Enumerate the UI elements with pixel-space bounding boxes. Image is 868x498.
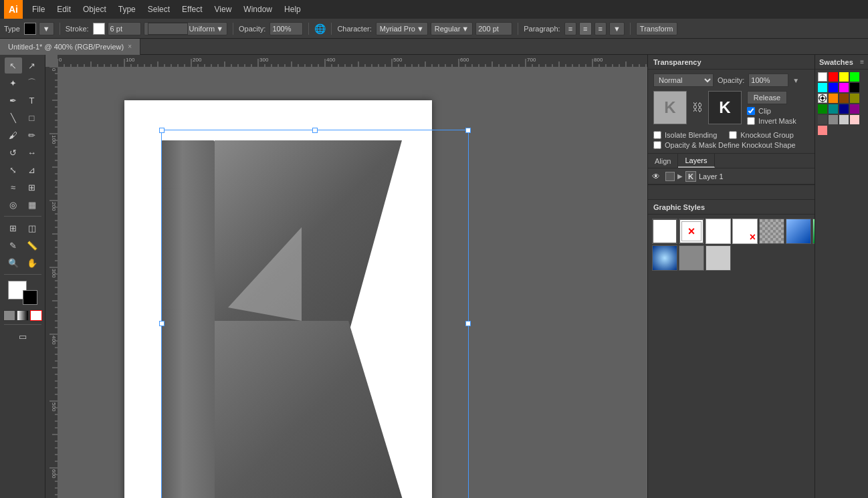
- free-transform-tool[interactable]: ⊞: [23, 179, 41, 195]
- stroke-box[interactable]: [23, 290, 37, 305]
- reflect-tool[interactable]: ↔: [23, 144, 41, 160]
- lasso-tool[interactable]: ⌒: [23, 75, 41, 91]
- swatch-mid-gray[interactable]: [829, 115, 838, 124]
- font-select[interactable]: Myriad Pro ▼: [376, 22, 428, 35]
- gradient-mode-btn[interactable]: [17, 310, 29, 321]
- gs-item-4[interactable]: ×: [732, 219, 758, 244]
- gs-item-8[interactable]: [652, 245, 677, 271]
- swatch-registration[interactable]: [818, 94, 827, 103]
- layer-visibility-toggle[interactable]: 👁: [652, 172, 663, 181]
- release-btn[interactable]: Release: [747, 91, 787, 104]
- tab-layers[interactable]: Layers: [678, 154, 714, 168]
- stroke-style-btn[interactable]: Uniform ▼: [144, 22, 227, 35]
- tab-align[interactable]: Align: [648, 154, 678, 168]
- swatch-yellow[interactable]: [839, 72, 849, 82]
- mesh-tool[interactable]: ⊞: [5, 220, 22, 236]
- rectangle-tool[interactable]: □: [23, 110, 41, 126]
- warp-tool[interactable]: ≈: [5, 179, 22, 195]
- canvas-container[interactable]: [58, 67, 647, 498]
- knockout-group-checkbox[interactable]: [729, 131, 737, 139]
- blending-mode-select[interactable]: Normal: [653, 74, 714, 87]
- gs-item-1[interactable]: [652, 219, 677, 244]
- rotate-tool[interactable]: ↺: [5, 144, 22, 160]
- source-thumb[interactable]: K: [653, 91, 687, 124]
- opacity-value-input[interactable]: [748, 74, 788, 87]
- measure-tool[interactable]: 📏: [23, 237, 41, 253]
- swatch-magenta[interactable]: [839, 83, 849, 92]
- stroke-value-input[interactable]: [108, 22, 141, 35]
- swatch-purple[interactable]: [850, 104, 859, 114]
- fill-swatch[interactable]: [24, 23, 36, 35]
- gradient-tool[interactable]: ◫: [23, 220, 41, 236]
- hand-tool[interactable]: ✋: [23, 255, 41, 271]
- menu-effect[interactable]: Effect: [177, 3, 207, 16]
- shear-tool[interactable]: ⊿: [23, 162, 41, 178]
- paintbrush-tool[interactable]: 🖌: [5, 127, 22, 143]
- gs-item-9[interactable]: [679, 245, 704, 271]
- fill-dropdown[interactable]: ▼: [39, 22, 54, 35]
- swatch-blue[interactable]: [829, 83, 838, 92]
- handle-mid-right[interactable]: [465, 321, 471, 326]
- swatch-olive[interactable]: [850, 94, 859, 103]
- layer-lock-box[interactable]: [665, 172, 675, 181]
- mask-thumb[interactable]: K: [708, 91, 742, 124]
- swatch-dark-gray[interactable]: [818, 115, 827, 124]
- zoom-tool[interactable]: 🔍: [5, 255, 22, 271]
- gs-item-3[interactable]: [706, 219, 731, 244]
- swatch-orange[interactable]: [829, 94, 838, 103]
- swatch-teal[interactable]: [829, 104, 838, 114]
- handle-top-right[interactable]: [465, 128, 471, 133]
- column-graph-tool[interactable]: ▦: [23, 197, 41, 213]
- menu-select[interactable]: Select: [142, 3, 175, 16]
- menu-view[interactable]: View: [209, 3, 237, 16]
- gs-item-5[interactable]: [759, 219, 784, 244]
- screen-mode-btn[interactable]: ▭: [14, 328, 31, 344]
- swatch-light-gray[interactable]: [839, 115, 849, 124]
- none-mode-btn[interactable]: [30, 310, 42, 321]
- clip-checkbox[interactable]: [747, 107, 755, 115]
- align-center[interactable]: ≡: [579, 22, 591, 35]
- eyedropper-tool[interactable]: ✎: [5, 237, 22, 253]
- pen-tool[interactable]: ✒: [5, 92, 22, 108]
- swatch-brown[interactable]: [839, 94, 849, 103]
- font-size-input[interactable]: [475, 22, 512, 35]
- color-mode-btn[interactable]: [3, 310, 15, 321]
- document-tab[interactable]: Untitled-1* @ 400% (RGB/Preview) ×: [0, 39, 140, 55]
- swatch-dark-blue[interactable]: [839, 104, 849, 114]
- scale-tool[interactable]: ⤡: [5, 162, 22, 178]
- menu-file[interactable]: File: [27, 3, 50, 16]
- magic-wand-tool[interactable]: ✦: [5, 75, 22, 91]
- swatch-red[interactable]: [829, 72, 838, 82]
- menu-object[interactable]: Object: [78, 3, 112, 16]
- swatch-pink[interactable]: [818, 126, 827, 135]
- isolate-blending-checkbox[interactable]: [653, 131, 661, 139]
- type-tool[interactable]: T: [23, 92, 41, 108]
- swatch-dark-green[interactable]: [818, 104, 827, 114]
- style-select[interactable]: Regular ▼: [431, 22, 473, 35]
- menu-edit[interactable]: Edit: [51, 3, 76, 16]
- menu-type[interactable]: Type: [113, 3, 141, 16]
- swatch-light-pink[interactable]: [850, 115, 859, 124]
- swatch-black[interactable]: [850, 83, 859, 92]
- gs-item-10[interactable]: [706, 245, 731, 271]
- layer-expand-arrow[interactable]: ▶: [677, 172, 683, 180]
- transform-link[interactable]: Transform: [636, 22, 677, 35]
- para-options[interactable]: ▼: [609, 22, 625, 35]
- invert-mask-checkbox[interactable]: [747, 117, 755, 125]
- canvas-area[interactable]: [45, 55, 647, 498]
- align-right[interactable]: ≡: [594, 22, 607, 35]
- swatch-white[interactable]: [818, 72, 827, 82]
- swatches-menu[interactable]: ≡: [860, 58, 864, 66]
- menu-window[interactable]: Window: [238, 3, 278, 16]
- menu-help[interactable]: Help: [279, 3, 306, 16]
- pencil-tool[interactable]: ✏: [23, 127, 41, 143]
- line-tool[interactable]: ╲: [5, 110, 22, 126]
- gs-item-2[interactable]: ×: [679, 219, 704, 244]
- stroke-swatch[interactable]: [93, 23, 105, 35]
- selection-tool[interactable]: ↖: [5, 57, 22, 74]
- gs-item-6[interactable]: [786, 219, 811, 244]
- opacity-mask-checkbox[interactable]: [653, 141, 661, 149]
- swatch-green[interactable]: [850, 72, 859, 82]
- align-left[interactable]: ≡: [564, 22, 576, 35]
- symbol-sprayer-tool[interactable]: ◎: [5, 197, 22, 213]
